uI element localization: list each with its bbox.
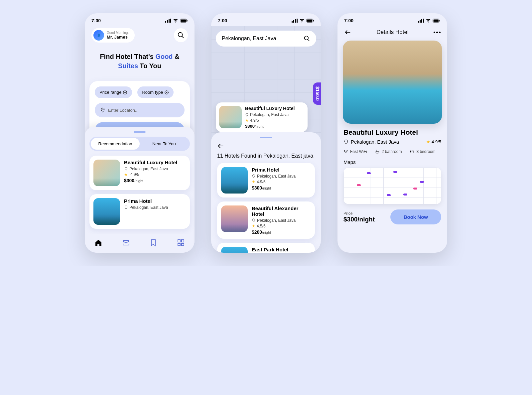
svg-rect-8: [178, 240, 180, 242]
svg-rect-13: [307, 20, 312, 22]
svg-rect-11: [182, 243, 184, 246]
bath-icon: [375, 149, 380, 154]
greeting-text: Good Morning,: [107, 31, 129, 35]
sheet-handle[interactable]: [260, 137, 272, 138]
search-input[interactable]: Pekalongan, East Java: [216, 31, 316, 47]
svg-point-3: [178, 33, 183, 37]
star-icon: ★: [252, 180, 255, 184]
battery-icon: [306, 19, 314, 23]
location-input[interactable]: Enter Locaton...: [95, 103, 185, 117]
tab-recommendation[interactable]: Recommendation: [91, 138, 140, 150]
svg-point-15: [305, 36, 309, 40]
hotel-hero-image: [343, 41, 442, 124]
hotel-title: Prima Hotel: [252, 167, 296, 173]
avatar: 👤: [93, 30, 104, 41]
sheet-handle[interactable]: [134, 131, 146, 133]
hotel-title: Prima Hotel: [124, 198, 168, 204]
grid-icon[interactable]: [177, 239, 185, 247]
pin-icon: [343, 139, 349, 145]
amenity-bath: 2 bathroom: [375, 149, 402, 154]
svg-line-16: [308, 40, 310, 41]
search-icon: [177, 32, 185, 39]
back-icon[interactable]: [344, 29, 351, 36]
map-pin[interactable]: [387, 194, 391, 196]
signal-icon: [418, 19, 424, 23]
pin-icon: [124, 205, 128, 209]
mini-map[interactable]: [343, 168, 441, 204]
search-button[interactable]: [174, 28, 188, 42]
pin-icon: [124, 167, 128, 171]
screen-home: 7:00 👤 Good Morning, Mr. James Find Hote…: [85, 13, 195, 253]
wifi-icon: [426, 19, 431, 23]
search-icon: [304, 35, 310, 42]
status-bar: 7:00: [337, 13, 447, 26]
svg-rect-10: [178, 243, 180, 246]
price-display: Price $300/night: [343, 211, 375, 223]
pin-icon: [252, 218, 256, 222]
svg-rect-2: [187, 20, 188, 21]
wifi-icon: [299, 19, 305, 23]
room-type-chip[interactable]: Room type: [137, 86, 174, 98]
hotel-card[interactable]: Beautiful Luxury Hotel Pekalogan, East J…: [89, 156, 190, 190]
signal-icon: [292, 19, 298, 23]
hotel-thumbnail: [221, 247, 248, 253]
map-pin[interactable]: [403, 194, 407, 196]
price-marker[interactable]: $150.0: [313, 82, 321, 105]
hotel-thumbnail: [221, 205, 248, 232]
back-icon[interactable]: [217, 142, 224, 150]
star-icon: ★: [124, 172, 128, 177]
status-bar: 7:00: [211, 13, 321, 26]
hotel-thumbnail: [93, 160, 120, 186]
maps-label: Maps: [343, 159, 441, 165]
star-icon: ★: [426, 139, 430, 144]
tab-near[interactable]: Near To You: [140, 138, 189, 150]
headline: Find Hotel That's Good & Suites To You: [85, 45, 195, 78]
hotel-card[interactable]: Beautiful Alexander Hotel Pekalogan, Eas…: [217, 201, 315, 239]
price-range-chip[interactable]: Price range: [95, 86, 132, 98]
svg-line-4: [182, 36, 184, 38]
status-time: 7:00: [218, 18, 227, 23]
more-icon[interactable]: [434, 32, 441, 33]
status-icons: [292, 19, 314, 23]
bookmark-icon[interactable]: [149, 239, 157, 247]
hotel-card[interactable]: Prima Hotel Pekalogan, East Java: [89, 194, 190, 229]
user-pill[interactable]: 👤 Good Morning, Mr. James: [91, 28, 135, 43]
status-icons: [418, 19, 441, 23]
hotel-title: East Park Hotel: [252, 247, 296, 252]
map-pin[interactable]: [413, 188, 417, 190]
hotel-thumbnail: [93, 198, 120, 225]
signal-icon: [165, 19, 171, 23]
status-icons: [165, 19, 188, 23]
star-icon: ★: [245, 118, 249, 123]
hotel-card[interactable]: East Park Hotel Pekalogan, East Java: [217, 243, 315, 253]
map-pin[interactable]: [393, 171, 397, 173]
hotel-thumbnail: [219, 106, 242, 128]
hotel-title: Beautiful Alexander Hotel: [252, 205, 311, 217]
status-time: 7:00: [91, 18, 101, 23]
hotel-card[interactable]: Prima Hotel Pekalogan, East Java ★4.9/5 …: [217, 163, 315, 198]
hotel-location: Pekalogan, East Java: [343, 139, 399, 145]
username-text: Mr. James: [107, 35, 129, 40]
results-panel: 11 Hotels Found in Pekalogan, East java …: [211, 132, 321, 253]
amenity-bed: 3 bedroom: [410, 149, 435, 154]
rating: ★4.9/5: [426, 139, 441, 144]
pin-icon: [245, 113, 249, 117]
bottom-nav: [85, 234, 195, 253]
map-pin[interactable]: [420, 181, 424, 183]
home-icon[interactable]: [94, 239, 102, 247]
map-pin[interactable]: [357, 184, 361, 186]
map-pin[interactable]: [367, 172, 371, 174]
pin-icon: [252, 174, 256, 178]
results-title: 11 Hotels Found in Pekalogan, East java: [217, 153, 315, 159]
book-now-button[interactable]: Book Now: [390, 209, 441, 224]
mail-icon[interactable]: [122, 239, 130, 247]
amenity-wifi: Fast WiFi: [343, 149, 367, 154]
map[interactable]: Pekalongan, East Java $150.0 Beautiful L…: [211, 26, 321, 139]
status-bar: 7:00: [85, 13, 195, 26]
pin-icon: [100, 107, 105, 113]
star-icon: ★: [252, 224, 255, 228]
svg-point-5: [123, 90, 127, 94]
map-hotel-card[interactable]: Beautiful Luxury Hotel Pekalogan, East J…: [216, 102, 308, 132]
battery-icon: [180, 19, 188, 23]
wifi-icon: [173, 19, 178, 23]
